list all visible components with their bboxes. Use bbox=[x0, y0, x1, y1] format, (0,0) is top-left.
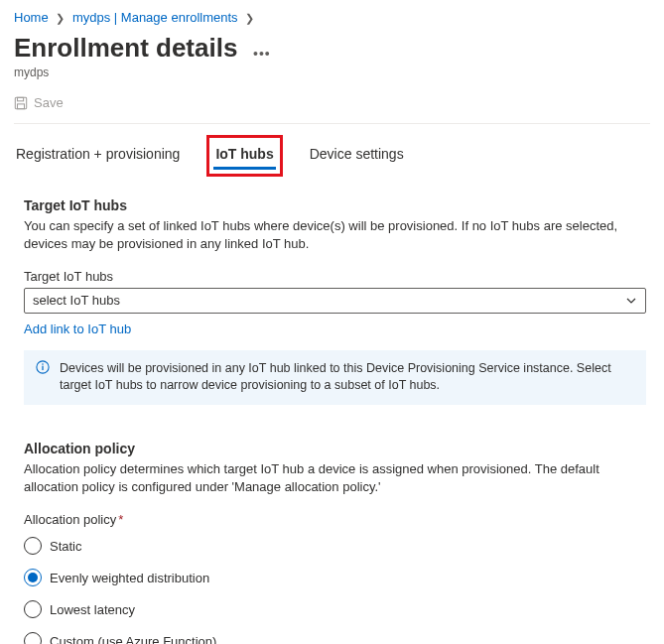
tab-device-settings[interactable]: Device settings bbox=[308, 142, 406, 170]
target-iot-hubs-dropdown[interactable]: select IoT hubs bbox=[24, 288, 646, 314]
allocation-policy-description: Allocation policy determines which targe… bbox=[24, 460, 646, 496]
page-title: Enrollment details bbox=[14, 33, 237, 64]
info-message: Devices will be provisioned in any IoT h… bbox=[24, 350, 646, 405]
allocation-policy-heading: Allocation policy bbox=[24, 441, 646, 456]
radio-label: Custom (use Azure Function) bbox=[50, 634, 216, 644]
save-button[interactable]: Save bbox=[14, 93, 64, 112]
target-iot-hubs-description: You can specify a set of linked IoT hubs… bbox=[24, 217, 646, 253]
svg-rect-5 bbox=[42, 366, 43, 370]
chevron-down-icon bbox=[625, 295, 637, 307]
allocation-policy-field-label: Allocation policy* bbox=[24, 512, 646, 527]
target-iot-hubs-heading: Target IoT hubs bbox=[24, 197, 646, 213]
radio-label: Static bbox=[50, 539, 82, 554]
chevron-right-icon: ❯ bbox=[56, 12, 65, 24]
tab-iot-hubs[interactable]: IoT hubs bbox=[213, 142, 275, 170]
info-icon bbox=[36, 360, 50, 380]
svg-rect-2 bbox=[18, 103, 25, 108]
target-iot-hubs-field-label: Target IoT hubs bbox=[24, 269, 646, 284]
radio-static[interactable]: Static bbox=[24, 537, 646, 555]
radio-icon bbox=[24, 632, 42, 644]
required-indicator: * bbox=[118, 512, 123, 527]
radio-evenly-weighted[interactable]: Evenly weighted distribution bbox=[24, 569, 646, 586]
radio-label: Lowest latency bbox=[50, 602, 135, 617]
save-label: Save bbox=[34, 95, 64, 110]
radio-icon bbox=[24, 569, 42, 586]
svg-rect-1 bbox=[18, 97, 24, 101]
tab-bar: Registration + provisioning IoT hubs Dev… bbox=[14, 142, 650, 170]
radio-label: Evenly weighted distribution bbox=[50, 571, 209, 585]
radio-lowest-latency[interactable]: Lowest latency bbox=[24, 600, 646, 618]
chevron-right-icon: ❯ bbox=[245, 12, 254, 24]
radio-custom[interactable]: Custom (use Azure Function) bbox=[24, 632, 646, 644]
breadcrumb-home[interactable]: Home bbox=[14, 10, 49, 25]
more-actions-button[interactable]: ••• bbox=[253, 46, 271, 62]
divider bbox=[14, 123, 650, 124]
tab-registration-provisioning[interactable]: Registration + provisioning bbox=[14, 142, 182, 170]
page-subtitle: mydps bbox=[14, 65, 650, 79]
breadcrumb: Home ❯ mydps | Manage enrollments ❯ bbox=[14, 10, 650, 25]
radio-icon bbox=[24, 600, 42, 618]
add-link-to-iot-hub[interactable]: Add link to IoT hub bbox=[24, 322, 131, 336]
allocation-policy-radio-group: Static Evenly weighted distribution Lowe… bbox=[24, 537, 646, 644]
radio-icon bbox=[24, 537, 42, 555]
info-message-text: Devices will be provisioned in any IoT h… bbox=[60, 361, 611, 393]
dropdown-value: select IoT hubs bbox=[33, 293, 120, 308]
svg-point-4 bbox=[42, 363, 44, 365]
save-icon bbox=[14, 96, 28, 110]
breadcrumb-mydps[interactable]: mydps | Manage enrollments bbox=[72, 10, 238, 25]
